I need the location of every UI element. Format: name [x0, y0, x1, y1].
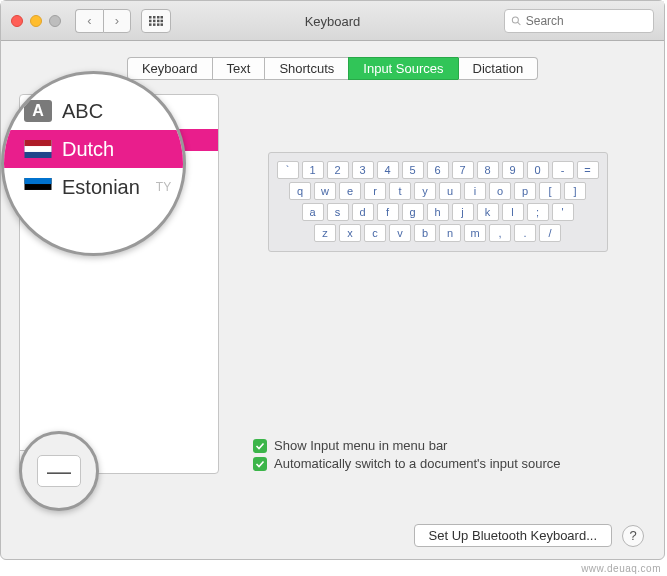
key: -	[552, 161, 574, 179]
key: t	[389, 182, 411, 200]
checkbox-checked-icon[interactable]	[253, 457, 267, 471]
svg-rect-8	[149, 23, 152, 26]
checkbox-label: Automatically switch to a document's inp…	[274, 456, 560, 471]
key: [	[539, 182, 561, 200]
show-all-button[interactable]	[141, 9, 171, 33]
svg-rect-0	[149, 16, 152, 19]
key: 8	[477, 161, 499, 179]
tab-text[interactable]: Text	[212, 57, 265, 80]
tab-keyboard[interactable]: Keyboard	[127, 57, 212, 80]
svg-line-13	[518, 22, 521, 25]
key: g	[402, 203, 424, 221]
svg-rect-7	[161, 19, 164, 22]
key: l	[502, 203, 524, 221]
key: .	[514, 224, 536, 242]
key: w	[314, 182, 336, 200]
mag-item-estonian: Estonian TY	[4, 168, 183, 206]
mag-label: ABC	[62, 100, 103, 123]
close-icon[interactable]	[11, 15, 23, 27]
key: y	[414, 182, 436, 200]
key: i	[464, 182, 486, 200]
key: b	[414, 224, 436, 242]
tab-input-sources[interactable]: Input Sources	[348, 57, 457, 80]
remove-button-zoom: —	[37, 455, 81, 487]
checkbox-label: Show Input menu in menu bar	[274, 438, 447, 453]
search-input[interactable]	[526, 14, 647, 28]
truncated-hint: TY	[156, 180, 171, 194]
key: 1	[302, 161, 324, 179]
checkbox-row[interactable]: Automatically switch to a document's inp…	[253, 456, 628, 471]
key: s	[327, 203, 349, 221]
key: 3	[352, 161, 374, 179]
forward-button[interactable]: ›	[103, 9, 131, 33]
key: /	[539, 224, 561, 242]
key: 0	[527, 161, 549, 179]
key: 2	[327, 161, 349, 179]
key: =	[577, 161, 599, 179]
key: e	[339, 182, 361, 200]
key: r	[364, 182, 386, 200]
svg-rect-9	[153, 23, 156, 26]
key: h	[427, 203, 449, 221]
mag-item-abc: A ABC	[4, 92, 183, 130]
svg-rect-1	[153, 16, 156, 19]
svg-rect-11	[161, 23, 164, 26]
key: c	[364, 224, 386, 242]
key: 9	[502, 161, 524, 179]
key: v	[389, 224, 411, 242]
tab-shortcuts[interactable]: Shortcuts	[264, 57, 348, 80]
key: 5	[402, 161, 424, 179]
key: a	[302, 203, 324, 221]
abc-icon: A	[24, 100, 52, 122]
key: n	[439, 224, 461, 242]
checkbox-row[interactable]: Show Input menu in menu bar	[253, 438, 628, 453]
setup-bluetooth-button[interactable]: Set Up Bluetooth Keyboard...	[414, 524, 612, 547]
right-panel: `1234567890-= qwertyuiop[] asdfghjkl;' z…	[219, 94, 646, 474]
key: d	[352, 203, 374, 221]
svg-rect-2	[157, 16, 160, 19]
minimize-icon[interactable]	[30, 15, 42, 27]
checkbox-checked-icon[interactable]	[253, 439, 267, 453]
key: z	[314, 224, 336, 242]
key: ]	[564, 182, 586, 200]
key: 6	[427, 161, 449, 179]
key: `	[277, 161, 299, 179]
keyboard-preview: `1234567890-= qwertyuiop[] asdfghjkl;' z…	[268, 152, 608, 252]
key: '	[552, 203, 574, 221]
mag-item-dutch: Dutch	[4, 130, 183, 168]
flag-ee-icon	[24, 178, 52, 196]
svg-rect-10	[157, 23, 160, 26]
preferences-window: ‹ › Keyboard Keyboard Text Shortcuts Inp…	[0, 0, 665, 560]
key: j	[452, 203, 474, 221]
watermark: www.deuaq.com	[581, 563, 661, 574]
key: u	[439, 182, 461, 200]
key: x	[339, 224, 361, 242]
bottom-bar: Set Up Bluetooth Keyboard... ?	[414, 524, 644, 547]
search-icon	[511, 15, 522, 27]
key: p	[514, 182, 536, 200]
key: ,	[489, 224, 511, 242]
key: f	[377, 203, 399, 221]
svg-rect-6	[157, 19, 160, 22]
back-button[interactable]: ‹	[75, 9, 103, 33]
mag-label: Dutch	[62, 138, 114, 161]
window-title: Keyboard	[305, 13, 361, 28]
mag-label: Estonian	[62, 176, 140, 199]
search-field[interactable]	[504, 9, 654, 33]
key: 4	[377, 161, 399, 179]
flag-nl-icon	[24, 140, 52, 158]
titlebar: ‹ › Keyboard	[1, 1, 664, 41]
svg-point-12	[512, 16, 518, 22]
grid-icon	[149, 16, 163, 26]
svg-rect-25	[25, 178, 52, 184]
key: k	[477, 203, 499, 221]
window-controls	[11, 15, 61, 27]
maximize-icon	[49, 15, 61, 27]
help-button[interactable]: ?	[622, 525, 644, 547]
magnifier-minus-callout: —	[19, 431, 99, 511]
key: ;	[527, 203, 549, 221]
magnifier-callout: A ABC Dutch Estonian TY	[1, 71, 186, 256]
key: q	[289, 182, 311, 200]
svg-rect-4	[149, 19, 152, 22]
tab-dictation[interactable]: Dictation	[458, 57, 539, 80]
